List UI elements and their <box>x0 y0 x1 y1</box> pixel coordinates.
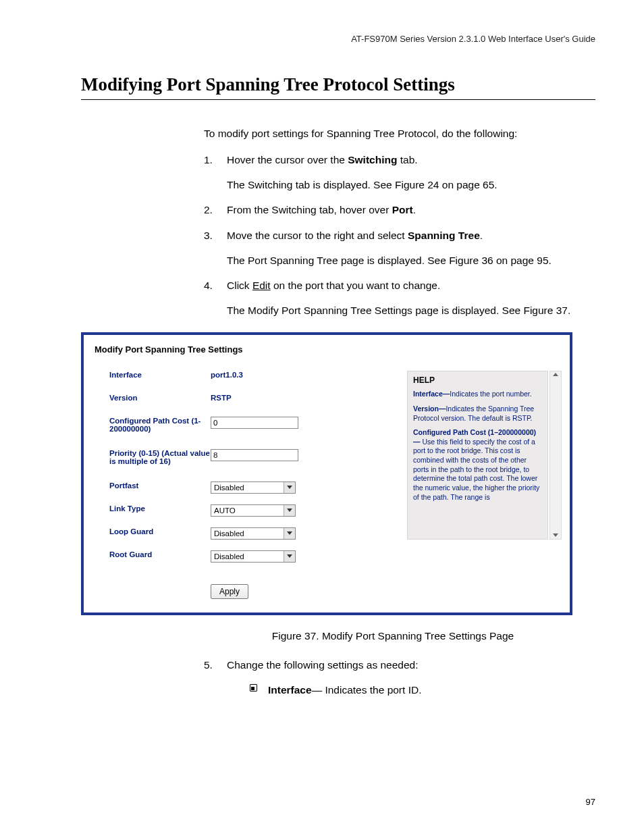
value-row-loopguard: Disabled <box>211 527 394 550</box>
svg-marker-1 <box>287 509 292 512</box>
select-portfast-value: Disabled <box>214 484 244 492</box>
step-number: 5. <box>204 657 216 698</box>
step-link: Edit <box>252 280 271 291</box>
label-interface: Interface <box>109 371 211 394</box>
label-loop-guard: Loop Guard <box>109 527 211 550</box>
svg-marker-0 <box>287 486 292 489</box>
select-link-type-value: AUTO <box>214 506 236 515</box>
apply-row: Apply <box>211 573 394 599</box>
label-configured-path-cost: Configured Path Cost (1-200000000) <box>109 417 211 449</box>
step-text: Click <box>227 280 252 291</box>
document-page: AT-FS970M Series Version 2.3.1.0 Web Int… <box>0 0 644 834</box>
value-row-priority <box>211 449 394 481</box>
step-text: . <box>480 230 483 241</box>
header-doc-title: AT-FS970M Series Version 2.3.1.0 Web Int… <box>351 34 595 44</box>
intro-paragraph: To modify port settings for Spanning Tre… <box>204 127 582 141</box>
step-subtext: The Switching tab is displayed. See Figu… <box>227 177 582 192</box>
select-portfast[interactable]: Disabled <box>211 481 296 494</box>
apply-button[interactable]: Apply <box>211 584 248 599</box>
value-row-linktype: AUTO <box>211 504 394 527</box>
scroll-up-icon <box>553 373 558 377</box>
panel-form-area: Interface Version Configured Path Cost (… <box>92 371 394 599</box>
post-figure-body: 5. Change the following settings as need… <box>204 657 582 698</box>
svg-marker-5 <box>553 533 558 537</box>
help-text: Use this field to specify the cost of a … <box>413 438 539 501</box>
help-box: HELP Interface—Indicates the port number… <box>407 371 548 540</box>
section-title: Modifying Port Spanning Tree Protocol Se… <box>81 74 595 95</box>
help-term-version: Version— <box>413 405 446 413</box>
panel-title: Modify Port Spanning Tree Settings <box>95 344 562 355</box>
step-text: Hover the cursor over the <box>227 154 348 165</box>
input-configured-path-cost[interactable] <box>211 417 298 429</box>
svg-marker-3 <box>287 554 292 558</box>
help-scrollbar[interactable] <box>549 371 562 540</box>
step-3: 3. Move the cursor to the right and sele… <box>204 228 582 269</box>
value-row-cpc <box>211 417 394 449</box>
help-text: Indicates the port number. <box>450 390 531 398</box>
body-content: To modify port settings for Spanning Tre… <box>204 127 582 319</box>
step-bold: Switching <box>348 154 397 165</box>
form-values-column: port1.0.3 RSTP Disabled <box>211 371 394 599</box>
chevron-down-icon <box>284 505 295 516</box>
step-1: 1. Hover the cursor over the Switching t… <box>204 152 582 193</box>
label-priority: Priority (0-15) (Actual value is multipl… <box>109 449 211 481</box>
select-link-type[interactable]: AUTO <box>211 504 296 517</box>
bullet-bold: Interface <box>268 684 312 696</box>
select-root-guard-value: Disabled <box>214 552 244 561</box>
step-number: 1. <box>204 152 216 193</box>
figure-panel: Modify Port Spanning Tree Settings Inter… <box>81 332 572 615</box>
svg-marker-4 <box>553 373 558 376</box>
chevron-down-icon <box>284 551 295 562</box>
step-5: 5. Change the following settings as need… <box>204 657 582 698</box>
step-subtext: The Modify Port Spanning Tree Settings p… <box>227 303 582 318</box>
select-loop-guard[interactable]: Disabled <box>211 527 296 540</box>
scroll-down-icon <box>553 533 558 538</box>
label-portfast: Portfast <box>109 481 211 504</box>
chevron-down-icon <box>284 482 295 493</box>
steps-list: 1. Hover the cursor over the Switching t… <box>204 152 582 319</box>
label-version: Version <box>109 394 211 417</box>
title-underline <box>81 99 595 100</box>
value-row-portfast: Disabled <box>211 481 394 504</box>
bullet-item: Interface— Indicates the port ID. <box>250 682 582 698</box>
step-text: Change the following settings as needed: <box>227 659 419 671</box>
page-number: 97 <box>586 797 595 807</box>
label-link-type: Link Type <box>109 504 211 527</box>
step-number: 4. <box>204 278 216 319</box>
step-text: tab. <box>397 154 417 165</box>
svg-marker-2 <box>287 531 292 535</box>
steps-list-continued: 5. Change the following settings as need… <box>204 657 582 698</box>
label-root-guard: Root Guard <box>109 550 211 573</box>
help-term-interface: Interface— <box>413 390 450 398</box>
select-root-guard[interactable]: Disabled <box>211 550 296 563</box>
form-labels-column: Interface Version Configured Path Cost (… <box>109 371 211 599</box>
step-text: . <box>413 204 416 215</box>
chevron-down-icon <box>284 528 295 539</box>
step-number: 3. <box>204 228 216 269</box>
value-interface: port1.0.3 <box>211 371 394 394</box>
select-loop-guard-value: Disabled <box>214 529 244 538</box>
help-heading: HELP <box>413 375 542 386</box>
step-subtext: The Port Spanning Tree page is displayed… <box>227 253 582 268</box>
input-priority[interactable] <box>211 449 298 461</box>
bullet-icon <box>250 684 257 692</box>
step-text: From the Switching tab, hover over <box>227 204 392 215</box>
step-bold: Port <box>392 204 413 215</box>
step-text: Move the cursor to the right and select <box>227 230 408 241</box>
step-number: 2. <box>204 202 216 217</box>
step-4: 4. Click Edit on the port that you want … <box>204 278 582 319</box>
value-version: RSTP <box>211 394 394 417</box>
step-text: on the port that you want to change. <box>271 280 441 291</box>
bullet-text: — Indicates the port ID. <box>312 684 422 696</box>
panel-help-area: HELP Interface—Indicates the port number… <box>407 371 562 599</box>
figure-caption: Figure 37. Modify Port Spanning Tree Set… <box>204 630 582 642</box>
panel-body: Interface Version Configured Path Cost (… <box>92 371 562 599</box>
value-row-rootguard: Disabled <box>211 550 394 573</box>
step-2: 2. From the Switching tab, hover over Po… <box>204 202 582 217</box>
step-bold: Spanning Tree <box>408 230 480 241</box>
